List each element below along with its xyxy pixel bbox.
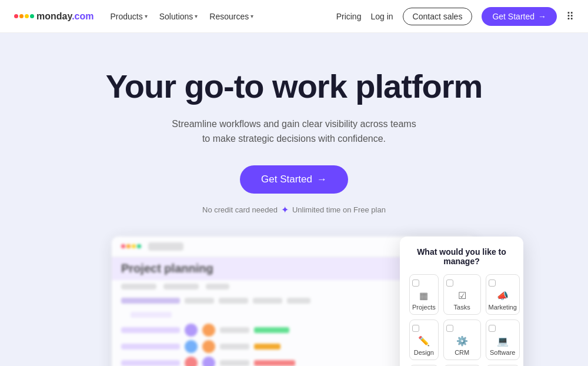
tasks-icon: ☑ — [458, 290, 466, 301]
note-separator: ✦ — [281, 204, 289, 215]
grid-icon[interactable]: ⠿ — [566, 10, 574, 23]
manage-item-marketing[interactable]: 📣 Marketing — [486, 274, 520, 315]
manage-checkbox-marketing[interactable] — [489, 280, 496, 287]
tasks-label: Tasks — [454, 304, 470, 311]
contact-sales-button[interactable]: Contact sales — [403, 8, 473, 25]
manage-item-crm[interactable]: ⚙️ CRM — [443, 320, 481, 360]
logo-dot-1 — [14, 14, 18, 18]
software-label: Software — [490, 349, 515, 356]
hero-subtitle: Streamline workflows and gain clear visi… — [172, 117, 416, 147]
manage-card-title: What would you like to manage? — [409, 247, 514, 266]
manage-grid: ▦ Projects ☑ Tasks 📣 Marketing ✏️ — [409, 274, 514, 366]
design-icon: ✏️ — [418, 335, 430, 347]
nav-pricing-link[interactable]: Pricing — [336, 12, 362, 21]
logo-text: monday.com — [36, 11, 94, 22]
manage-item-projects[interactable]: ▦ Projects — [409, 274, 439, 315]
nav-item-products[interactable]: Products ▾ — [111, 12, 148, 21]
crm-label: CRM — [455, 349, 469, 356]
hero-title: Your go-to work platform — [106, 68, 483, 105]
design-label: Design — [414, 349, 434, 356]
logo-dot-2 — [19, 14, 24, 18]
chevron-down-icon: ▾ — [195, 13, 198, 19]
nav-item-resources[interactable]: Resources ▾ — [209, 12, 253, 21]
chevron-down-icon: ▾ — [250, 13, 253, 19]
hero-bottom: Project planning — [0, 237, 588, 366]
nav-menu: Products ▾ Solutions ▾ Resources ▾ — [111, 12, 254, 21]
hero-note: No credit card needed ✦ Unlimited time o… — [202, 204, 386, 215]
projects-label: Projects — [412, 304, 436, 311]
marketing-icon: 📣 — [497, 290, 509, 301]
nav-item-solutions[interactable]: Solutions ▾ — [159, 12, 198, 21]
crm-icon: ⚙️ — [456, 335, 468, 347]
hero-get-started-button[interactable]: Get Started → — [240, 165, 348, 194]
nav-get-started-button[interactable]: Get Started → — [482, 7, 557, 26]
manage-checkbox-projects[interactable] — [412, 280, 419, 287]
hero-section: Your go-to work platform Streamline work… — [0, 33, 588, 366]
manage-item-tasks[interactable]: ☑ Tasks — [443, 274, 481, 315]
manage-item-software[interactable]: 💻 Software — [486, 320, 520, 360]
nav-left: monday.com Products ▾ Solutions ▾ Resour… — [14, 11, 253, 22]
manage-checkbox-crm[interactable] — [446, 325, 453, 332]
logo-dot-4 — [30, 14, 34, 18]
logo-dots — [14, 14, 34, 18]
software-icon: 💻 — [497, 335, 509, 347]
manage-checkbox-tasks[interactable] — [446, 280, 453, 287]
logo-dot-3 — [25, 14, 29, 18]
db-logo-placeholder — [148, 242, 183, 251]
manage-card: What would you like to manage? ▦ Project… — [400, 237, 523, 366]
navigation: monday.com Products ▾ Solutions ▾ Resour… — [0, 0, 588, 33]
manage-item-design[interactable]: ✏️ Design — [409, 320, 439, 360]
logo[interactable]: monday.com — [14, 11, 94, 22]
nav-right: Pricing Log in Contact sales Get Started… — [336, 7, 574, 26]
nav-login-link[interactable]: Log in — [370, 12, 393, 21]
projects-icon: ▦ — [419, 290, 428, 301]
manage-checkbox-design[interactable] — [412, 325, 419, 332]
chevron-down-icon: ▾ — [145, 13, 148, 19]
manage-checkbox-software[interactable] — [489, 325, 496, 332]
marketing-label: Marketing — [489, 304, 517, 311]
